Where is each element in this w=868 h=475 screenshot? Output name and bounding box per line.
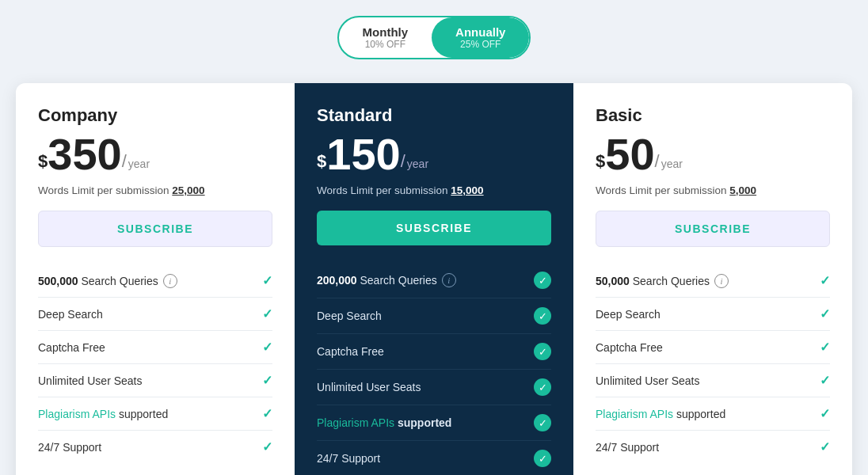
check-icon: ✓ xyxy=(820,406,830,421)
feature-left: Captcha Free xyxy=(38,341,105,354)
billing-option-annually[interactable]: Annually25% OFF xyxy=(432,17,529,58)
check-icon: ✓ xyxy=(820,273,830,288)
words-limit: Words Limit per submission 15,000 xyxy=(317,184,551,196)
plan-name: Standard xyxy=(317,105,551,126)
feature-left: Unlimited User Seats xyxy=(38,374,143,387)
check-simple: ✓ xyxy=(820,439,830,454)
features-list: 50,000 Search Queriesi✓Deep Search✓Captc… xyxy=(596,264,830,475)
info-icon[interactable]: i xyxy=(442,273,456,287)
check-simple: ✓ xyxy=(820,340,830,355)
feature-text: Plagiarism APIs supported xyxy=(38,408,168,420)
feature-text: Deep Search xyxy=(317,310,382,322)
check-circle: ✓ xyxy=(534,378,551,396)
feature-item-2: Captcha Free✓ xyxy=(596,331,830,364)
check-simple: ✓ xyxy=(262,340,272,355)
feature-item-4: Plagiarism APIs supported✓ xyxy=(596,397,830,431)
words-limit: Words Limit per submission 25,000 xyxy=(38,184,272,196)
feature-highlight: 50,000 xyxy=(596,275,630,287)
price-currency: $ xyxy=(38,151,48,172)
feature-highlight: 500,000 xyxy=(38,275,78,287)
api-link: Plagiarism APIs xyxy=(596,408,673,420)
feature-item-3: Unlimited User Seats✓ xyxy=(317,370,551,405)
check-icon: ✓ xyxy=(262,306,272,321)
features-list: 500,000 Search Queriesi✓Deep Search✓Capt… xyxy=(38,264,272,475)
feature-left: 24/7 Support xyxy=(596,441,659,454)
feature-left: Captcha Free xyxy=(317,345,384,358)
feature-item-5: 24/7 Support✓ xyxy=(317,441,551,475)
feature-left: Deep Search xyxy=(596,308,661,321)
price-slash: / xyxy=(122,151,127,172)
feature-text: Unlimited User Seats xyxy=(596,374,700,387)
feature-text: 24/7 Support xyxy=(38,441,101,454)
check-icon: ✓ xyxy=(820,340,830,355)
billing-toggle[interactable]: Monthly10% OFFAnnually25% OFF xyxy=(337,16,531,59)
subscribe-button-standard[interactable]: SUBSCRIBE xyxy=(317,211,551,245)
check-simple: ✓ xyxy=(262,273,272,288)
check-icon: ✓ xyxy=(534,414,551,431)
feature-text: Captcha Free xyxy=(38,341,105,354)
feature-item-1: Deep Search✓ xyxy=(38,298,272,331)
words-limit-value: 5,000 xyxy=(729,184,756,196)
price-slash: / xyxy=(401,151,405,172)
billing-sub: 25% OFF xyxy=(455,39,505,50)
check-icon: ✓ xyxy=(820,439,830,454)
feature-item-1: Deep Search✓ xyxy=(317,298,551,334)
feature-item-5: 24/7 Support✓ xyxy=(38,431,272,463)
api-bold: supported xyxy=(394,416,451,429)
plan-card-company: Company $ 350 / year Words Limit per sub… xyxy=(16,83,295,475)
feature-text: 24/7 Support xyxy=(596,441,659,454)
check-simple: ✓ xyxy=(820,406,830,421)
billing-label: Annually xyxy=(455,25,505,39)
feature-text: Unlimited User Seats xyxy=(317,381,421,393)
plan-card-basic: Basic $ 50 / year Words Limit per submis… xyxy=(573,83,852,475)
info-icon[interactable]: i xyxy=(714,274,729,288)
billing-option-monthly[interactable]: Monthly10% OFF xyxy=(339,17,432,58)
check-icon: ✓ xyxy=(262,340,272,355)
feature-item-2: Captcha Free✓ xyxy=(38,331,272,364)
check-icon: ✓ xyxy=(262,373,272,388)
subscribe-button-basic[interactable]: SUBSCRIBE xyxy=(596,211,830,247)
price-period: year xyxy=(128,158,150,170)
feature-item-3: Unlimited User Seats✓ xyxy=(38,364,272,397)
feature-text: 500,000 Search Queries xyxy=(38,275,158,287)
feature-left: Plagiarism APIs supported xyxy=(596,408,725,420)
plan-price: $ 350 / year xyxy=(38,132,272,177)
feature-item-4: Plagiarism APIs supported✓ xyxy=(38,397,272,431)
feature-left: Unlimited User Seats xyxy=(596,374,700,387)
billing-label: Monthly xyxy=(363,25,409,39)
subscribe-button-company[interactable]: SUBSCRIBE xyxy=(38,211,272,247)
plans-container: Company $ 350 / year Words Limit per sub… xyxy=(16,83,852,475)
feature-left: Plagiarism APIs supported xyxy=(317,416,451,429)
info-icon[interactable]: i xyxy=(163,274,177,288)
feature-text: Plagiarism APIs supported xyxy=(596,408,725,420)
check-icon: ✓ xyxy=(262,406,272,421)
check-icon: ✓ xyxy=(262,439,272,454)
feature-text: 50,000 Search Queries xyxy=(596,275,710,287)
check-simple: ✓ xyxy=(820,273,830,288)
feature-left: Deep Search xyxy=(317,310,382,322)
price-currency: $ xyxy=(317,151,326,172)
feature-text: Deep Search xyxy=(38,308,103,321)
check-icon: ✓ xyxy=(820,306,830,321)
check-simple: ✓ xyxy=(820,373,830,388)
plan-price: $ 50 / year xyxy=(596,132,830,177)
words-limit-value: 15,000 xyxy=(451,184,483,196)
feature-item-2: Captcha Free✓ xyxy=(317,334,551,370)
plan-price: $ 150 / year xyxy=(317,132,551,177)
feature-item-0: 50,000 Search Queriesi✓ xyxy=(596,264,830,298)
feature-left: 24/7 Support xyxy=(317,452,380,465)
feature-text: 200,000 Search Queries xyxy=(317,274,437,287)
check-circle: ✓ xyxy=(534,307,551,325)
price-amount: 50 xyxy=(605,132,654,177)
check-icon: ✓ xyxy=(534,307,551,325)
feature-left: Unlimited User Seats xyxy=(317,381,421,393)
price-period: year xyxy=(407,158,428,170)
feature-text: 24/7 Support xyxy=(317,452,380,465)
check-simple: ✓ xyxy=(262,406,272,421)
price-period: year xyxy=(661,158,683,170)
check-icon: ✓ xyxy=(534,272,551,289)
feature-left: Deep Search xyxy=(38,308,103,321)
feature-left: Captcha Free xyxy=(596,341,663,354)
check-icon: ✓ xyxy=(262,273,272,288)
feature-text: Plagiarism APIs supported xyxy=(317,416,451,429)
